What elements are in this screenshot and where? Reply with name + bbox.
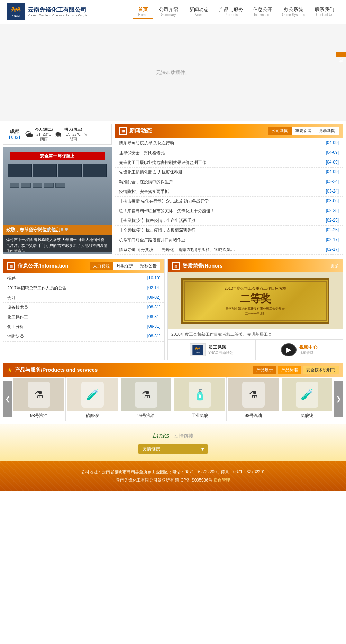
info-item[interactable]: 设备技术员[08-31] xyxy=(3,303,164,312)
products-section: ★ 产品与服务/Products and services 产品展示 产品标准 … xyxy=(3,363,343,421)
info-item-text: 设备技术员 xyxy=(7,305,28,310)
product-label: 硫酸铵 xyxy=(67,412,118,419)
honors-title: 资质荣誉/Honors xyxy=(182,263,223,269)
links-select-wrap: 友情链接 ▼ xyxy=(138,444,208,454)
news-item[interactable]: 情系寻甸防疫抗旱 先化在行动[04-09] xyxy=(115,139,343,148)
share-button[interactable]: 分享 xyxy=(336,52,346,57)
products-arrow-right[interactable]: ❯ xyxy=(334,381,343,417)
news-item[interactable]: 暖！来自寻甸华联超市的关怀，先锋化工十分感谢！[02-25] xyxy=(115,206,343,216)
news-item-date: [04-09] xyxy=(326,160,339,166)
info-tab-hr[interactable]: 人力资源 xyxy=(90,262,113,270)
news-item[interactable]: 精准配合，在疫情中的保生产[03-24] xyxy=(115,177,343,187)
dot-4[interactable] xyxy=(61,228,63,231)
product-item[interactable]: 🧪 硫酸铵 xyxy=(66,377,119,421)
info-item[interactable]: 招聘[10-10] xyxy=(3,274,164,283)
product-label: 工业硫酸 xyxy=(174,412,225,419)
admin-link[interactable]: 后台管理 xyxy=(213,478,230,483)
info-item[interactable]: 化工分析工[08-31] xyxy=(3,322,164,332)
video-btn-sub: 视频管理 xyxy=(299,351,317,355)
news-item-text: 暖！来自寻甸华联超市的关怀，先锋化工十分感谢！ xyxy=(119,208,215,214)
product-item[interactable]: ⚗ 98号汽油 xyxy=(227,377,280,421)
news-item-text: 先锋化工开展职业病危害控制效果评价监测工作 xyxy=(119,160,206,166)
product-label: 硫酸铵 xyxy=(282,412,332,419)
info-tabs: 人力资源 环境保护 招标公告 xyxy=(90,262,160,270)
logo-text: 云南先锋化工有限公司 Yunnan Xianfeng Chemical Indu… xyxy=(28,7,89,17)
nav-item-contact[interactable]: 联系我们 Contact Us xyxy=(310,5,339,19)
honors-section: ▦ 资质荣誉/Honors 更多 2010年度公司工会重点工作目标考核 二等奖 … xyxy=(167,259,343,360)
news-item[interactable]: 疫情防控、安全落实两手抓[03-24] xyxy=(115,187,343,197)
weather-city-link[interactable]: 【切换】 xyxy=(6,135,23,140)
info-item[interactable]: 2017年招聘总部工作人员的公告[02-14] xyxy=(3,283,164,293)
links-section: Links 友情链接 友情链接 ▼ xyxy=(0,424,346,461)
info-item-text: 招聘 xyxy=(7,276,16,281)
news-tab-party[interactable]: 党群新闻 xyxy=(315,127,339,135)
weather-city-name: 成都 xyxy=(6,129,23,135)
news-list: 情系寻甸防疫抗旱 先化在行动[04-09]抓早保安全，封闭检修孔[04-09]先… xyxy=(115,138,343,256)
products-tab-display[interactable]: 产品展示 xyxy=(253,366,276,374)
news-tab-important[interactable]: 重要新闻 xyxy=(292,127,315,135)
product-label: 98号汽油 xyxy=(228,412,279,419)
news-item-date: [02-25] xyxy=(326,208,339,214)
products-tab-standard[interactable]: 产品标准 xyxy=(278,366,301,374)
employee-style-btn[interactable]: 先锋 YNCC 员工风采 YNCC 云南蜡化 xyxy=(168,340,256,360)
svg-text:先锋: 先锋 xyxy=(11,7,21,12)
info-item-date: [08-31] xyxy=(147,314,160,320)
main-nav: 首页 Home 公司介绍 Summary 新闻动态 News 产品与服务 Pro… xyxy=(90,5,339,19)
footer-copyright: 云南先锋化工有限公司版权所有 滇ICP备IS005986号 后台管理 xyxy=(3,476,343,484)
info-item[interactable]: 会计[09-02] xyxy=(3,293,164,303)
info-item[interactable]: 消防队员[08-31] xyxy=(3,332,164,342)
dot-5[interactable] xyxy=(65,228,68,231)
nav-item-home[interactable]: 首页 Home xyxy=(133,5,153,19)
news-item-date: [04-09] xyxy=(326,140,339,146)
links-select[interactable]: 友情链接 xyxy=(138,444,208,454)
dot-1[interactable] xyxy=(47,228,50,231)
nav-item-news[interactable]: 新闻动态 News xyxy=(184,5,214,19)
news-item-date: [02-25] xyxy=(326,218,339,224)
weather-icon-tomorrow: 🌧 xyxy=(55,130,62,139)
news-item-date: [02-25] xyxy=(326,227,339,233)
weather-arrow[interactable]: » xyxy=(84,131,88,138)
dot-2[interactable] xyxy=(52,228,54,231)
news-item[interactable]: 抓早保安全，封闭检修孔[04-09] xyxy=(115,148,343,158)
nav-item-summary[interactable]: 公司介绍 Summary xyxy=(153,5,184,19)
tomorrow-temp: 19~22℃ xyxy=(64,132,82,137)
info-item-date: [10-10] xyxy=(147,276,160,281)
honors-caption: 2010年度工会荣获工作目标考核二等奖、先进基层工会 xyxy=(168,329,343,340)
news-header: ▦ 新闻动态 公司新闻 重要新闻 党群新闻 xyxy=(115,124,343,138)
svg-text:YNCC: YNCC xyxy=(196,351,200,353)
products-header: ★ 产品与服务/Products and services 产品展示 产品标准 … xyxy=(3,363,343,377)
news-item[interactable]: 【抗击疫情 先化在行动】众志成城 助力备战开学[03-06] xyxy=(115,197,343,206)
tomorrow-weather: 阴雨 xyxy=(64,137,82,142)
product-item[interactable]: ⚗ 98号汽油 xyxy=(12,377,66,421)
plaque-award: 二等奖 xyxy=(240,292,271,306)
news-item[interactable]: 机修车间对全厂路段窨井口封堵作业[02-17] xyxy=(115,235,343,245)
news-tab-company[interactable]: 公司新闻 xyxy=(268,127,292,135)
dot-3[interactable] xyxy=(56,228,59,231)
plaque-org: 云南醋化清洁能源开发有限公司工会委员会二○一一年四月 xyxy=(226,307,285,316)
news-item[interactable]: 【全民抗'疫'】抗击疫情，支援情深我先行[02-25] xyxy=(115,226,343,235)
slide-dots xyxy=(47,228,68,231)
video-center-btn[interactable]: ▶ 视频中心 视频管理 xyxy=(256,340,343,360)
nav-item-products[interactable]: 产品与服务 Products xyxy=(214,5,248,19)
info-tab-env[interactable]: 环境保护 xyxy=(113,262,137,270)
honors-more[interactable]: 更多 xyxy=(330,263,339,269)
products-arrow-left[interactable]: ❮ xyxy=(3,381,12,417)
video-icon: ▶ xyxy=(281,343,297,356)
honors-header: ▦ 资质荣誉/Honors 更多 xyxy=(168,259,343,272)
news-item[interactable]: 情系寻甸 同舟共济——先锋化工捐赠2吨消毒酒精、10吨次氯酸钠消毒液用于…[02… xyxy=(115,245,343,255)
product-item[interactable]: 🧪 硫酸铵 xyxy=(280,377,334,421)
news-item[interactable]: 先锋化工捐赠化肥 助力抗疫保春耕[04-09] xyxy=(115,168,343,177)
news-item[interactable]: 【全民抗'疫'】抗击疫情，生产生活两手抓[02-25] xyxy=(115,216,343,226)
news-item-date: [03-24] xyxy=(326,189,339,195)
info-item[interactable]: 化工操作工[08-31] xyxy=(3,312,164,322)
nav-item-information[interactable]: 信息公开 Information xyxy=(248,5,277,19)
products-tab-safety[interactable]: 安全技术说明书 xyxy=(303,366,339,374)
product-item[interactable]: 🧴 工业硫酸 xyxy=(173,377,227,421)
product-item[interactable]: ⚗ 93号汽油 xyxy=(119,377,173,421)
news-item-date: [02-17] xyxy=(326,237,339,243)
nav-item-office[interactable]: 办公系统 Office Systems xyxy=(277,5,310,19)
products-title: 产品与服务/Products and services xyxy=(15,367,98,373)
info-tab-bid[interactable]: 招标公告 xyxy=(137,262,160,270)
news-item-text: 情系寻甸 同舟共济——先锋化工捐赠2吨消毒酒精、10吨次氯酸钠消毒液用于… xyxy=(119,247,237,253)
news-item[interactable]: 先锋化工开展职业病危害控制效果评价监测工作[04-09] xyxy=(115,158,343,168)
